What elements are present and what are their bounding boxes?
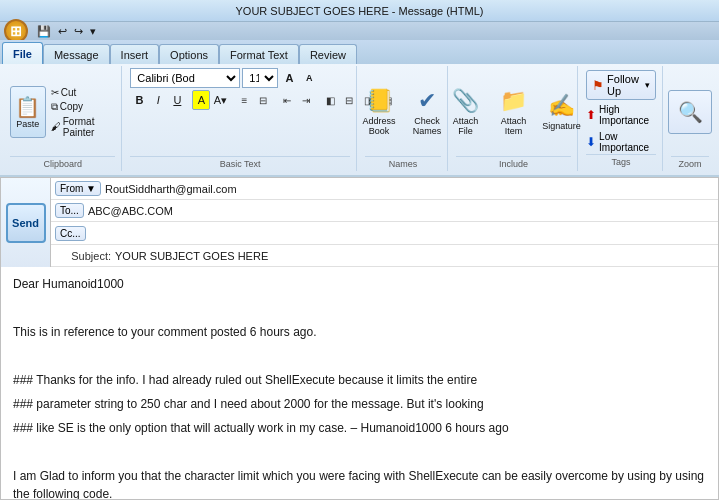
subject-label: Subject: <box>55 250 115 262</box>
email-fields: From ▼ RoutSiddharth@gmail.com To... ABC… <box>51 178 718 267</box>
font-color-button[interactable]: A▾ <box>211 90 229 110</box>
low-importance-icon: ⬇ <box>586 135 596 149</box>
zoom-label: Zoom <box>671 156 709 169</box>
cut-icon: ✂ <box>51 87 59 98</box>
to-value[interactable]: ABC@ABC.COM <box>88 205 714 217</box>
body-line-7 <box>13 443 706 461</box>
cc-button[interactable]: Cc... <box>55 226 86 241</box>
low-importance-button[interactable]: ⬇ Low Importance <box>586 130 656 154</box>
include-buttons: 📎 AttachFile 📁 AttachItem ✍ Signature <box>443 68 585 156</box>
tab-message[interactable]: Message <box>43 44 110 64</box>
tab-file[interactable]: File <box>2 42 43 64</box>
from-button[interactable]: From ▼ <box>55 181 101 196</box>
from-field-row: From ▼ RoutSiddharth@gmail.com <box>51 178 718 200</box>
app-window: YOUR SUBJECT GOES HERE - Message (HTML) … <box>0 0 719 500</box>
include-group: 📎 AttachFile 📁 AttachItem ✍ Signature In… <box>450 66 578 171</box>
copy-button[interactable]: ⧉ Copy <box>48 100 116 114</box>
redo-qat-btn[interactable]: ↪ <box>72 24 85 39</box>
zoom-icon: 🔍 <box>678 100 703 124</box>
follow-up-button[interactable]: ⚑ Follow Up ▾ <box>586 70 656 100</box>
highlight-button[interactable]: A <box>192 90 210 110</box>
basic-text-label: Basic Text <box>130 156 350 169</box>
font-selector[interactable]: Calibri (Bod <box>130 68 240 88</box>
tags-group: ⚑ Follow Up ▾ ⬆ High Importance ⬇ Low Im… <box>580 66 663 171</box>
body-line-6: ### like SE is the only option that will… <box>13 419 706 437</box>
zoom-group: 🔍 Zoom <box>665 66 715 171</box>
increase-indent-button[interactable]: ⇥ <box>297 90 315 110</box>
high-importance-icon: ⬆ <box>586 108 596 122</box>
zoom-button[interactable]: 🔍 <box>668 90 712 134</box>
copy-icon: ⧉ <box>51 101 58 113</box>
body-line-4: ### Thanks for the info. I had already r… <box>13 371 706 389</box>
body-line-1 <box>13 299 706 317</box>
high-importance-button[interactable]: ⬆ High Importance <box>586 103 656 127</box>
email-body[interactable]: Dear Humanoid1000 This is in reference t… <box>0 267 719 500</box>
names-group: 📒 AddressBook ✔ CheckNames Names <box>359 66 448 171</box>
shrink-font-button[interactable]: A <box>300 68 318 88</box>
compose-area: Send From ▼ RoutSiddharth@gmail.com To..… <box>0 177 719 500</box>
cc-value[interactable] <box>90 225 714 241</box>
address-book-button[interactable]: 📒 AddressBook <box>356 85 402 139</box>
attach-file-icon: 📎 <box>452 88 479 114</box>
font-size-selector[interactable]: 11 <box>242 68 278 88</box>
check-names-icon: ✔ <box>418 88 436 114</box>
decrease-indent-button[interactable]: ⇤ <box>278 90 296 110</box>
tab-insert[interactable]: Insert <box>110 44 160 64</box>
save-qat-btn[interactable]: 💾 <box>35 24 53 39</box>
tags-label: Tags <box>586 154 656 167</box>
body-line-5: ### parameter string to 250 char and I n… <box>13 395 706 413</box>
email-header: Send From ▼ RoutSiddharth@gmail.com To..… <box>0 177 719 267</box>
signature-icon: ✍ <box>548 93 575 119</box>
underline-button[interactable]: U <box>168 90 186 110</box>
subject-field-row: Subject: YOUR SUBJECT GOES HERE <box>51 245 718 267</box>
paste-button[interactable]: 📋 Paste <box>10 86 46 138</box>
paste-icon: 📋 <box>15 95 40 119</box>
body-line-8: I am Glad to inform you that the charact… <box>13 467 706 500</box>
undo-qat-btn[interactable]: ↩ <box>56 24 69 39</box>
title-bar: YOUR SUBJECT GOES HERE - Message (HTML) <box>0 0 719 22</box>
numbering-button[interactable]: ⊟ <box>254 90 272 110</box>
cc-field-row: Cc... <box>51 222 718 245</box>
ribbon: File Message Insert Options Format Text … <box>0 40 719 177</box>
clipboard-label: Clipboard <box>10 156 115 169</box>
quick-access-toolbar: ⊞ 💾 ↩ ↪ ▾ <box>0 22 719 40</box>
ribbon-content: 📋 Paste ✂ Cut ⧉ Copy 🖌 <box>0 64 719 175</box>
cut-button[interactable]: ✂ Cut <box>48 86 116 99</box>
body-line-3 <box>13 347 706 365</box>
attach-item-icon: 📁 <box>500 88 527 114</box>
italic-button[interactable]: I <box>149 90 167 110</box>
body-line-0: Dear Humanoid1000 <box>13 275 706 293</box>
more-qat-btn[interactable]: ▾ <box>88 24 98 39</box>
title-text: YOUR SUBJECT GOES HERE - Message (HTML) <box>236 5 484 17</box>
attach-item-button[interactable]: 📁 AttachItem <box>491 85 537 139</box>
from-value: RoutSiddharth@gmail.com <box>105 183 714 195</box>
names-label: Names <box>365 156 441 169</box>
signature-button[interactable]: ✍ Signature <box>539 85 585 139</box>
to-field-row: To... ABC@ABC.COM <box>51 200 718 222</box>
format-painter-icon: 🖌 <box>51 121 61 132</box>
to-button[interactable]: To... <box>55 203 84 218</box>
follow-up-flag-icon: ⚑ <box>592 78 604 93</box>
clipboard-small-buttons: ✂ Cut ⧉ Copy 🖌 Format Painter <box>48 86 116 139</box>
tab-bar: File Message Insert Options Format Text … <box>0 40 719 64</box>
subject-value[interactable]: YOUR SUBJECT GOES HERE <box>115 250 714 262</box>
align-left-button[interactable]: ◧ <box>321 90 339 110</box>
clipboard-buttons: 📋 Paste ✂ Cut ⧉ Copy 🖌 <box>10 68 115 156</box>
body-line-2: This is in reference to your comment pos… <box>13 323 706 341</box>
tab-review[interactable]: Review <box>299 44 357 64</box>
names-buttons: 📒 AddressBook ✔ CheckNames <box>356 68 450 156</box>
tab-format-text[interactable]: Format Text <box>219 44 299 64</box>
clipboard-group: 📋 Paste ✂ Cut ⧉ Copy 🖌 <box>4 66 122 171</box>
attach-file-button[interactable]: 📎 AttachFile <box>443 85 489 139</box>
send-button[interactable]: Send <box>6 203 46 243</box>
grow-font-button[interactable]: A <box>280 68 298 88</box>
include-label: Include <box>456 156 571 169</box>
format-painter-button[interactable]: 🖌 Format Painter <box>48 115 116 139</box>
address-book-icon: 📒 <box>366 88 393 114</box>
basic-text-group: Calibri (Bod 11 A A B I U A <box>124 66 357 171</box>
tab-options[interactable]: Options <box>159 44 219 64</box>
send-column: Send <box>1 178 51 267</box>
bold-button[interactable]: B <box>130 90 148 110</box>
follow-up-dropdown-icon: ▾ <box>645 80 650 90</box>
bullets-button[interactable]: ≡ <box>235 90 253 110</box>
